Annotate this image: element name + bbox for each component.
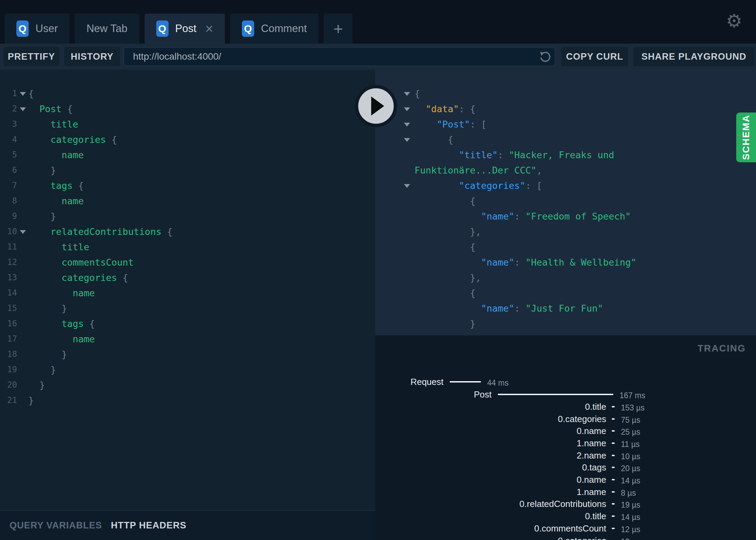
tracing-duration-bar — [612, 528, 615, 529]
response-code-text: "name": "Freedom of Speech" — [415, 209, 756, 224]
tracing-span-label: 0.title — [585, 510, 606, 522]
response-code-text: { — [415, 285, 756, 301]
response-line: { — [375, 86, 756, 101]
editor-code-text: categories { — [28, 270, 375, 285]
query-editor[interactable]: 1{2 Post {3 title4 categories {5 name6 }… — [0, 70, 375, 510]
collapse-arrow-icon[interactable] — [404, 138, 410, 142]
line-number: 10 — [0, 224, 17, 239]
tab-comment[interactable]: QComment — [230, 14, 318, 44]
query-editor-lines: 1{2 Post {3 title4 categories {5 name6 }… — [0, 86, 375, 408]
tracing-duration-bar — [612, 467, 615, 468]
tracing-duration-value: 44 ms — [487, 377, 509, 389]
tracing-duration-value: 14 µs — [621, 475, 640, 486]
response-code-text: "data": { — [415, 101, 756, 117]
copy-curl-button[interactable]: COPY CURL — [561, 47, 628, 66]
tracing-header[interactable]: TRACING — [697, 343, 746, 354]
fold-arrow-icon[interactable] — [20, 92, 26, 96]
tracing-span-label: 1.name — [577, 437, 606, 449]
response-code-text: }, — [415, 270, 756, 285]
editor-line: 21} — [0, 393, 375, 408]
response-line: "title": "Hacker, Freaks und — [375, 147, 756, 163]
editor-line: 7 tags { — [0, 178, 375, 193]
tracing-duration-value: 14 µs — [621, 511, 640, 523]
tracing-span-label: 1.name — [577, 486, 606, 498]
tracing-duration-value: 12 µs — [621, 524, 640, 535]
tab-label: New Tab — [86, 22, 127, 35]
editor-line: 1{ — [0, 86, 375, 101]
fold-arrow-icon[interactable] — [20, 107, 26, 111]
response-line: "name": "Health & Wellbeing" — [375, 255, 756, 270]
tracing-duration-value: 20 µs — [621, 463, 640, 474]
editor-line: 14 name — [0, 285, 375, 301]
line-number: 14 — [0, 285, 17, 301]
query-badge-icon: Q — [156, 20, 169, 37]
tracing-duration-value: 25 µs — [621, 426, 640, 438]
http-headers-tab[interactable]: HTTP HEADERS — [111, 520, 187, 531]
tracing-span-label: Post — [474, 389, 492, 400]
tracing-span-label: 0.commentsCount — [534, 523, 606, 534]
line-number: 15 — [0, 301, 17, 316]
tab-new-tab[interactable]: New Tab — [75, 14, 139, 44]
tracing-duration-value: 8 µs — [621, 487, 636, 499]
response-line: }, — [375, 224, 756, 239]
editor-code-text: tags { — [28, 178, 375, 193]
fold-arrow-icon[interactable] — [20, 230, 26, 234]
tracing-row: 0.title153 µs — [375, 401, 756, 412]
line-number: 21 — [0, 393, 17, 408]
toolbar: PRETTIFY HISTORY COPY CURL SHARE PLAYGRO… — [0, 44, 756, 70]
editor-code-text: } — [28, 301, 375, 316]
tracing-row: 0.commentsCount12 µs — [375, 523, 756, 534]
close-tab-icon[interactable]: × — [205, 22, 213, 35]
line-number: 16 — [0, 316, 17, 331]
prettify-button[interactable]: PRETTIFY — [3, 47, 59, 66]
response-code-text: "name": "Health & Wellbeing" — [415, 255, 756, 270]
new-tab-button[interactable]: + — [324, 14, 352, 44]
response-code-text: "title": "Hacker, Freaks und — [415, 147, 756, 163]
schema-tab[interactable]: SCHEMA — [736, 112, 756, 162]
response-line: { — [375, 239, 756, 255]
tracing-duration-value: 75 µs — [621, 414, 640, 426]
editor-line: 2 Post { — [0, 101, 375, 117]
tracing-duration-value: 153 µs — [621, 402, 645, 414]
tab-post[interactable]: QPost× — [145, 14, 225, 44]
play-icon — [371, 96, 384, 116]
editor-line: 11 title — [0, 239, 375, 255]
editor-code-text: name — [28, 193, 375, 209]
line-number: 12 — [0, 255, 17, 270]
query-variables-tab[interactable]: QUERY VARIABLES — [10, 520, 102, 531]
bottom-panel-bar: QUERY VARIABLES HTTP HEADERS — [0, 510, 375, 540]
reload-schema-icon[interactable] — [538, 50, 551, 64]
tab-bar: QUserNew TabQPost×QComment+ ⚙ — [0, 0, 756, 44]
line-number: 11 — [0, 239, 17, 255]
collapse-arrow-icon[interactable] — [404, 184, 410, 188]
response-line: } — [375, 316, 756, 331]
editor-code-text: title — [28, 239, 375, 255]
tracing-row: 0.title14 µs — [375, 510, 756, 522]
response-code-text: "categories": [ — [415, 178, 756, 193]
editor-line: 13 categories { — [0, 270, 375, 285]
response-line: "data": { — [375, 101, 756, 117]
tab-user[interactable]: QUser — [5, 14, 69, 44]
line-number: 9 — [0, 209, 17, 224]
editor-code-text: name — [28, 147, 375, 163]
response-line: "categories": [ — [375, 178, 756, 193]
editor-code-text: commentsCount — [28, 255, 375, 270]
editor-code-text: Post { — [28, 101, 375, 117]
editor-code-text: } — [28, 163, 375, 178]
collapse-arrow-icon[interactable] — [404, 123, 410, 126]
collapse-arrow-icon[interactable] — [404, 107, 410, 111]
tracing-duration-value: 10 µs — [621, 451, 640, 462]
line-number: 17 — [0, 331, 17, 347]
execute-query-button[interactable] — [355, 85, 397, 127]
history-button[interactable]: HISTORY — [64, 47, 120, 66]
line-number: 8 — [0, 193, 17, 209]
response-line: "Post": [ — [375, 117, 756, 132]
tracing-span-label: Request — [410, 376, 444, 388]
endpoint-url-input[interactable] — [133, 48, 522, 65]
tracing-row: Post167 ms — [375, 389, 756, 400]
tab-list: QUserNew TabQPost×QComment+ — [5, 14, 358, 44]
editor-line: 10 relatedContributions { — [0, 224, 375, 239]
settings-gear-icon[interactable]: ⚙ — [725, 12, 744, 31]
collapse-arrow-icon[interactable] — [404, 92, 410, 96]
share-playground-button[interactable]: SHARE PLAYGROUND — [633, 47, 755, 66]
